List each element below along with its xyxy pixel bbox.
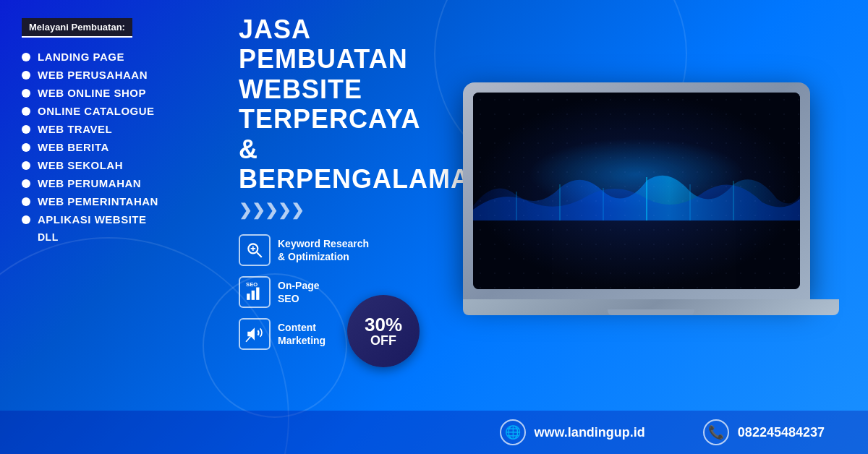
service-item-7: WEB PERUMAHAN	[22, 177, 210, 189]
service-bullet	[22, 179, 30, 188]
svg-rect-4	[247, 294, 250, 301]
main-container: Melayani Pembuatan: LANDING PAGEWEB PERU…	[0, 0, 868, 454]
megaphone-icon	[245, 325, 264, 343]
phone-text: 082245484237	[738, 425, 825, 440]
laptop-base	[463, 299, 839, 315]
service-item-9: APLIKASI WEBSITE	[22, 213, 210, 226]
service-bullet	[22, 215, 30, 224]
footer-bar: 🌐 www.landingup.id 📞 082245484237	[0, 411, 868, 454]
globe-icon: 🌐	[500, 419, 526, 445]
footer-website: 🌐 www.landingup.id	[500, 419, 645, 445]
service-item-5: WEB BERITA	[22, 141, 210, 153]
service-item-0: LANDING PAGE	[22, 51, 210, 63]
laptop-body	[463, 82, 810, 299]
website-text: www.landingup.id	[535, 425, 645, 440]
keyword-label: Keyword Research& Optimization	[278, 237, 369, 263]
onpage-icon-box: SEO	[239, 276, 271, 308]
service-item-text: WEB PERUSAHAAN	[38, 69, 148, 81]
service-item-8: WEB PEMERINTAHAN	[22, 195, 210, 207]
service-bullet	[22, 71, 30, 80]
service-list: LANDING PAGEWEB PERUSAHAANWEB ONLINE SHO…	[22, 51, 210, 243]
svg-rect-6	[256, 288, 259, 300]
service-bullet	[22, 125, 30, 134]
arrows-decoration: ❯❯❯❯❯	[239, 201, 405, 220]
service-item-text: LANDING PAGE	[38, 51, 124, 63]
service-bullet	[22, 197, 30, 206]
services-panel: Melayani Pembuatan: LANDING PAGEWEB PERU…	[0, 0, 224, 454]
discount-badge: 30% OFF	[347, 295, 420, 367]
search-seo-icon	[245, 241, 264, 260]
service-bullet	[22, 89, 30, 98]
service-item-text: ONLINE CATALOGUE	[38, 105, 155, 117]
service-item-dll: dll	[22, 231, 210, 243]
chart-seo-icon: SEO	[245, 283, 264, 301]
service-item-text: WEB PERUMAHAN	[38, 177, 141, 189]
service-bullet	[22, 161, 30, 170]
screen-grid	[473, 93, 800, 289]
content-label: ContentMarketing	[278, 321, 326, 347]
service-item-text: WEB ONLINE SHOP	[38, 87, 146, 99]
discount-off: OFF	[370, 334, 396, 347]
service-item-text: WEB TRAVEL	[38, 123, 112, 135]
phone-icon: 📞	[703, 419, 729, 445]
service-item-text: WEB BERITA	[38, 141, 109, 153]
main-title: JASA PEMBUATAN WEBSITE TERPERCAYA & BERP…	[239, 14, 405, 194]
middle-panel: JASA PEMBUATAN WEBSITE TERPERCAYA & BERP…	[224, 0, 412, 454]
content-icon-box	[239, 318, 271, 350]
laptop-screen	[473, 93, 800, 289]
service-item-text: APLIKASI WEBSITE	[38, 213, 147, 226]
svg-text:SEO: SEO	[246, 283, 258, 288]
laptop-wrapper	[463, 82, 839, 357]
screen-content	[473, 93, 800, 289]
laptop-panel	[412, 0, 868, 454]
service-item-6: WEB SEKOLAH	[22, 159, 210, 171]
keyword-icon-box	[239, 234, 271, 266]
service-bullet	[22, 107, 30, 116]
svg-rect-16	[473, 93, 800, 289]
service-item-3: ONLINE CATALOGUE	[22, 105, 210, 117]
svg-rect-5	[252, 291, 255, 300]
service-item-2: WEB ONLINE SHOP	[22, 87, 210, 99]
service-item-4: WEB TRAVEL	[22, 123, 210, 135]
services-header-label: Melayani Pembuatan:	[22, 18, 132, 38]
service-bullet	[22, 143, 30, 152]
service-item-1: WEB PERUSAHAAN	[22, 69, 210, 81]
footer-phone: 📞 082245484237	[703, 419, 825, 445]
service-item-text: WEB SEKOLAH	[38, 159, 123, 171]
service-bullet	[22, 53, 30, 61]
discount-percent: 30%	[365, 315, 402, 334]
svg-line-8	[246, 337, 251, 343]
seo-feature-keyword: Keyword Research& Optimization	[239, 234, 405, 266]
service-item-text: WEB PEMERINTAHAN	[38, 195, 158, 207]
onpage-label: On-PageSEO	[278, 279, 320, 305]
svg-line-1	[257, 253, 262, 258]
